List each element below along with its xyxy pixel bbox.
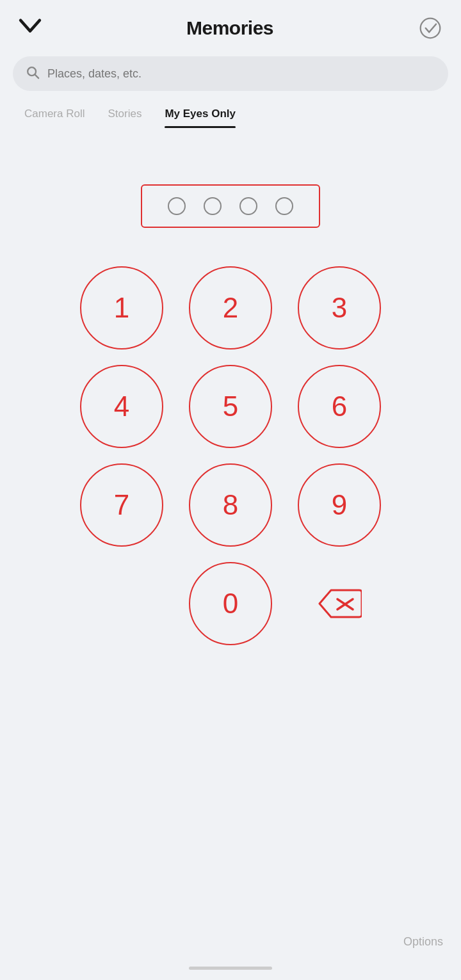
keypad-row-2: 4 5 6 xyxy=(26,365,435,448)
tabs-bar: Camera Roll Stories My Eyes Only xyxy=(0,101,461,128)
pin-dot-2 xyxy=(204,197,222,215)
options-bar: Options xyxy=(0,922,461,961)
header: Memories xyxy=(0,0,461,51)
pin-input-area xyxy=(141,184,320,228)
backspace-button[interactable] xyxy=(298,562,381,645)
search-bar[interactable] xyxy=(13,56,448,91)
pin-dot-1 xyxy=(168,197,186,215)
tab-camera-roll[interactable]: Camera Roll xyxy=(13,101,96,128)
key-1[interactable]: 1 xyxy=(80,266,163,349)
key-5[interactable]: 5 xyxy=(189,365,272,448)
key-3[interactable]: 3 xyxy=(298,266,381,349)
search-icon xyxy=(26,65,40,82)
keypad-row-4: 0 xyxy=(26,562,435,645)
key-0[interactable]: 0 xyxy=(189,562,272,645)
keypad-row-3: 7 8 9 xyxy=(26,463,435,547)
chevron-down-icon[interactable] xyxy=(18,18,42,39)
search-container xyxy=(0,51,461,101)
key-8[interactable]: 8 xyxy=(189,463,272,547)
bottom-indicator xyxy=(189,967,272,970)
key-9[interactable]: 9 xyxy=(298,463,381,547)
key-empty xyxy=(80,562,163,645)
key-2[interactable]: 2 xyxy=(189,266,272,349)
keypad-row-1: 1 2 3 xyxy=(26,266,435,349)
pin-dot-4 xyxy=(275,197,293,215)
svg-point-0 xyxy=(421,19,441,38)
key-7[interactable]: 7 xyxy=(80,463,163,547)
options-link[interactable]: Options xyxy=(403,935,443,949)
tab-stories[interactable]: Stories xyxy=(96,101,153,128)
page-title: Memories xyxy=(186,17,273,39)
key-6[interactable]: 6 xyxy=(298,365,381,448)
key-4[interactable]: 4 xyxy=(80,365,163,448)
pin-dot-3 xyxy=(239,197,257,215)
main-content: 1 2 3 4 5 6 7 8 9 0 xyxy=(0,133,461,922)
select-icon[interactable] xyxy=(417,15,443,41)
tab-my-eyes-only[interactable]: My Eyes Only xyxy=(153,101,247,128)
search-input[interactable] xyxy=(47,67,435,81)
svg-line-2 xyxy=(35,75,38,79)
keypad: 1 2 3 4 5 6 7 8 9 0 xyxy=(0,266,461,645)
